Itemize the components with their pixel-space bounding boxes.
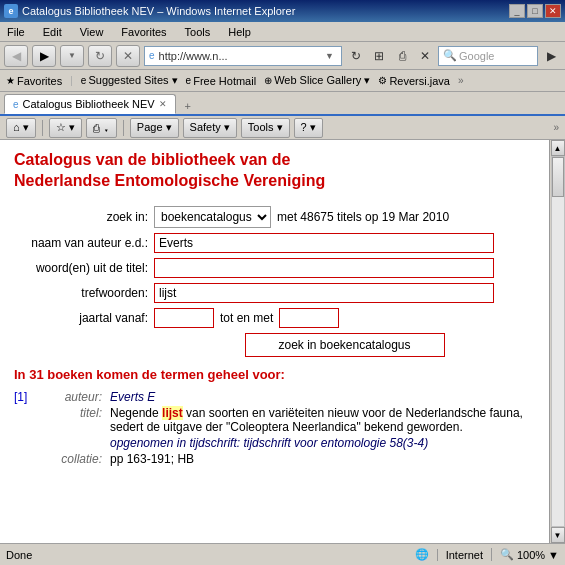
zoom-dropdown-icon[interactable]: ▼ (548, 549, 559, 561)
home-button[interactable]: ⌂ ▾ (6, 118, 36, 138)
results-header: In 31 boeken komen de termen geheel voor… (14, 367, 535, 382)
stop-icon[interactable]: ✕ (415, 46, 435, 66)
dropdown-button[interactable]: ▼ (60, 45, 84, 67)
zoek-in-row: zoek in: boekencatalogus met 48675 titel… (14, 206, 535, 228)
fav-web-slice-gallery[interactable]: ⊕ Web Slice Gallery ▾ (264, 74, 370, 87)
favorites-button[interactable]: ★ Favorites (6, 75, 62, 87)
zoom-control[interactable]: 🔍 100% ▼ (491, 548, 559, 561)
result-titel-field: titel: Negende lijst van soorten en vari… (52, 406, 535, 434)
menu-favorites[interactable]: Favorites (118, 26, 169, 38)
menu-view[interactable]: View (77, 26, 107, 38)
zoek-in-select[interactable]: boekencatalogus (154, 206, 271, 228)
tools-button[interactable]: Tools ▾ (241, 118, 290, 138)
tab-icon: e (13, 99, 19, 110)
status-text: Done (6, 549, 32, 561)
search-go[interactable]: ▶ (541, 46, 561, 66)
titel-field-label: titel: (52, 406, 102, 434)
auteur-field-label: auteur: (52, 390, 102, 404)
menu-edit[interactable]: Edit (40, 26, 65, 38)
maximize-button[interactable]: □ (527, 4, 543, 18)
tab-catalogus[interactable]: e Catalogus Bibliotheek NEV ✕ (4, 94, 176, 114)
minimize-button[interactable]: _ (509, 4, 525, 18)
star-icon: ★ (6, 75, 15, 86)
page-title: Catalogus van de bibliotheek van de Nede… (14, 150, 535, 192)
new-tab-button[interactable]: + (180, 98, 196, 114)
page-button[interactable]: Page ▾ (130, 118, 179, 138)
trefwoorden-row: trefwoorden: (14, 283, 535, 303)
titel-text-1: Negende (110, 406, 162, 420)
toolbar2-more[interactable]: » (553, 122, 559, 133)
fav-sep-1: | (70, 75, 73, 86)
toolbar-separator-1 (42, 120, 43, 136)
scrollbar[interactable]: ▲ ▼ (549, 140, 565, 543)
trefwoorden-label: trefwoorden: (14, 286, 154, 300)
refresh-button[interactable]: ↻ (88, 45, 112, 67)
globe-icon: 🌐 (415, 548, 429, 561)
tab-close-button[interactable]: ✕ (159, 99, 167, 109)
address-bar[interactable]: e http://www.n... ▼ (144, 46, 342, 66)
status-bar: Done 🌐 Internet 🔍 100% ▼ (0, 543, 565, 565)
refresh-icon[interactable]: ↻ (346, 46, 366, 66)
woord-row: woord(en) uit de titel: (14, 258, 535, 278)
search-button[interactable]: zoek in boekencatalogus (245, 333, 445, 357)
trefwoorden-input[interactable] (154, 283, 494, 303)
toolbar-separator-2 (123, 120, 124, 136)
favorites-more[interactable]: » (458, 75, 464, 86)
print-toolbar-button[interactable]: ⎙ ▾ (86, 118, 117, 138)
print-icon[interactable]: ⎙ (392, 46, 412, 66)
fav-reversi[interactable]: ⚙ Reversi.java (378, 75, 450, 87)
back-button[interactable]: ◀ (4, 45, 28, 67)
result-collatie-field: collatie: pp 163-191; HB (52, 452, 535, 466)
search-placeholder: Google (459, 50, 494, 62)
zoom-icon: 🔍 (500, 548, 514, 561)
navigation-toolbar: ◀ ▶ ▼ ↻ ✕ e http://www.n... ▼ ↻ ⊞ ⎙ ✕ 🔍 … (0, 42, 565, 70)
jaartal-tot-input[interactable] (279, 308, 339, 328)
suggested-sites-icon: e (81, 75, 87, 86)
web-slice-icon: ⊕ (264, 75, 272, 86)
search-bar[interactable]: 🔍 Google (438, 46, 538, 66)
auteur-label: naam van auteur e.d.: (14, 236, 154, 250)
favorites-label: Favorites (17, 75, 62, 87)
opgenomen-field-value: opgenomen in tijdschrift: tijdschrift vo… (110, 436, 535, 450)
safety-button[interactable]: Safety ▾ (183, 118, 237, 138)
jaartal-vanaf-input[interactable] (154, 308, 214, 328)
zone-indicator: Internet (437, 549, 483, 561)
menu-tools[interactable]: Tools (182, 26, 214, 38)
protected-mode-indicator: 🌐 (415, 548, 429, 561)
stop-button[interactable]: ✕ (116, 45, 140, 67)
tot-en-met-label: tot en met (220, 311, 273, 325)
scroll-thumb[interactable] (552, 157, 564, 197)
hotmail-icon: e (186, 75, 192, 86)
jaartal-row: jaartal vanaf: tot en met (14, 308, 535, 328)
rss-icon[interactable]: ⊞ (369, 46, 389, 66)
collatie-field-label: collatie: (52, 452, 102, 466)
result-content-1: auteur: Everts E titel: Negende lijst va… (52, 390, 535, 468)
favorites-toolbar-button[interactable]: ☆ ▾ (49, 118, 82, 138)
opgenomen-field-label (52, 436, 102, 450)
tab-bar: e Catalogus Bibliotheek NEV ✕ + (0, 92, 565, 116)
title-bar: e Catalogus Bibliotheek NEV – Windows In… (0, 0, 565, 22)
woord-label: woord(en) uit de titel: (14, 261, 154, 275)
address-text: http://www.n... (159, 50, 321, 62)
fav-hotmail[interactable]: e Free Hotmail (186, 75, 257, 87)
help-button[interactable]: ? ▾ (294, 118, 323, 138)
menu-file[interactable]: File (4, 26, 28, 38)
scroll-track[interactable] (551, 156, 565, 527)
main-content: Catalogus van de bibliotheek van de Nede… (0, 140, 549, 543)
search-btn-row: zoek in boekencatalogus (154, 333, 535, 357)
close-button[interactable]: ✕ (545, 4, 561, 18)
result-item-1: [1] auteur: Everts E titel: Negende lijs… (14, 390, 535, 468)
scroll-down-button[interactable]: ▼ (551, 527, 565, 543)
woord-input[interactable] (154, 258, 494, 278)
fav-suggested-sites[interactable]: e Suggested Sites ▾ (81, 74, 178, 87)
auteur-input[interactable] (154, 233, 494, 253)
window-controls[interactable]: _ □ ✕ (509, 4, 561, 18)
forward-button[interactable]: ▶ (32, 45, 56, 67)
scroll-up-button[interactable]: ▲ (551, 140, 565, 156)
menu-help[interactable]: Help (225, 26, 254, 38)
menu-bar: File Edit View Favorites Tools Help (0, 22, 565, 42)
status-right: 🌐 Internet 🔍 100% ▼ (415, 548, 559, 561)
page-icon: e (149, 50, 155, 61)
address-dropdown[interactable]: ▼ (325, 51, 337, 61)
zoom-level: 100% (517, 549, 545, 561)
